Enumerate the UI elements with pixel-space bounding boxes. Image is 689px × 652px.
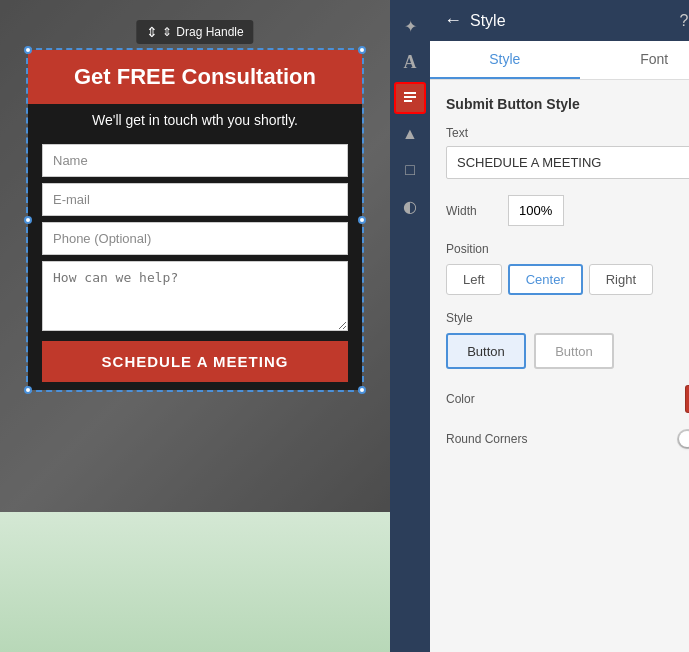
position-right-button[interactable]: Right bbox=[589, 264, 653, 295]
preview-panel: ⇕ Drag Handle Get FREE Consultation We'l… bbox=[0, 0, 390, 652]
panel-header: ← Style ? × bbox=[430, 0, 689, 41]
message-wrapper bbox=[42, 261, 348, 335]
help-icon[interactable]: ? bbox=[680, 12, 689, 30]
text-icon[interactable]: A bbox=[394, 46, 426, 78]
style-panel: ← Style ? × Style Font Submit Button Sty… bbox=[430, 0, 689, 652]
style-filled-button[interactable]: Button bbox=[446, 333, 526, 369]
position-buttons: Left Center Right bbox=[446, 264, 689, 295]
tab-font[interactable]: Font bbox=[580, 41, 690, 79]
form-header: Get FREE Consultation bbox=[28, 50, 362, 104]
text-input[interactable] bbox=[446, 146, 689, 179]
email-input[interactable] bbox=[42, 183, 348, 216]
section-title: Submit Button Style bbox=[446, 96, 689, 112]
style-outline-button[interactable]: Button bbox=[534, 333, 614, 369]
form-body: SCHEDULE A MEETING bbox=[28, 136, 362, 390]
submit-button[interactable]: SCHEDULE A MEETING bbox=[42, 341, 348, 382]
back-button[interactable]: ← bbox=[444, 10, 462, 31]
color-swatch[interactable] bbox=[685, 385, 689, 413]
width-select-wrapper: 100% 75% 50% 25% bbox=[508, 195, 689, 226]
message-textarea[interactable] bbox=[42, 261, 348, 331]
cursor-icon[interactable]: ✦ bbox=[394, 10, 426, 42]
position-row: Position Left Center Right bbox=[446, 242, 689, 295]
color-label: Color bbox=[446, 392, 685, 406]
text-field-group: Text bbox=[446, 126, 689, 179]
panel-title: Style bbox=[470, 12, 672, 30]
style-label: Style bbox=[446, 311, 689, 325]
form-icon-svg bbox=[402, 90, 418, 106]
preview-bottom bbox=[0, 512, 390, 652]
panel-content: Submit Button Style Text Width 100% 75% … bbox=[430, 80, 689, 652]
style-buttons: Button Button bbox=[446, 333, 689, 369]
text-label: Text bbox=[446, 126, 689, 140]
box-icon[interactable]: □ bbox=[394, 154, 426, 186]
position-label: Position bbox=[446, 242, 689, 256]
color-row: Color bbox=[446, 385, 689, 413]
round-corners-row: Round Corners bbox=[446, 429, 689, 449]
form-icon[interactable] bbox=[394, 82, 426, 114]
position-center-button[interactable]: Center bbox=[508, 264, 583, 295]
shape-icon[interactable]: ▲ bbox=[394, 118, 426, 150]
drag-icon: ⇕ bbox=[162, 25, 172, 39]
people-image bbox=[0, 512, 390, 652]
round-corners-label: Round Corners bbox=[446, 432, 677, 446]
form-widget: ⇕ Drag Handle Get FREE Consultation We'l… bbox=[28, 50, 362, 390]
phone-input[interactable] bbox=[42, 222, 348, 255]
panel-tabs: Style Font bbox=[430, 41, 689, 80]
form-title: Get FREE Consultation bbox=[46, 64, 344, 90]
form-subheader: We'll get in touch wth you shortly. bbox=[28, 104, 362, 136]
contrast-icon[interactable]: ◐ bbox=[394, 190, 426, 222]
width-row: Width 100% 75% 50% 25% bbox=[446, 195, 689, 226]
width-label: Width bbox=[446, 204, 496, 218]
width-select[interactable]: 100% 75% 50% 25% bbox=[508, 195, 564, 226]
position-left-button[interactable]: Left bbox=[446, 264, 502, 295]
name-input[interactable] bbox=[42, 144, 348, 177]
style-row: Style Button Button bbox=[446, 311, 689, 369]
form-subtitle: We'll get in touch wth you shortly. bbox=[46, 112, 344, 128]
drag-handle[interactable]: ⇕ Drag Handle bbox=[136, 20, 253, 44]
round-corners-toggle[interactable] bbox=[677, 429, 689, 449]
tab-style[interactable]: Style bbox=[430, 41, 580, 79]
sidebar-icons: ✦ A ▲ □ ◐ bbox=[390, 0, 430, 652]
